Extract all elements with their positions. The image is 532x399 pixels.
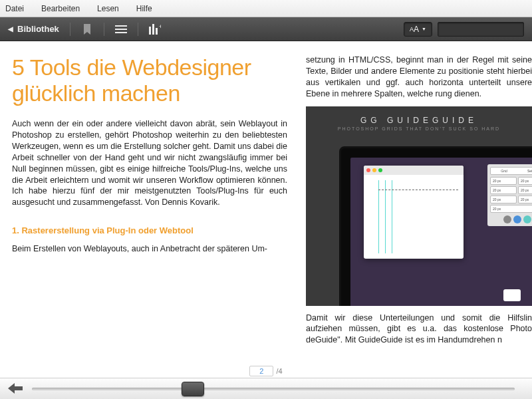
menu-help[interactable]: Hilfe — [136, 4, 152, 13]
panel-buttons — [490, 215, 532, 223]
speech-bubble-icon — [503, 289, 521, 301]
font-large-icon: A — [414, 25, 419, 34]
window-titlebar — [364, 166, 464, 175]
library-button[interactable]: ◀ Bibliothek — [8, 24, 59, 34]
search-input[interactable] — [438, 22, 524, 37]
columns-icon[interactable]: + — [149, 23, 161, 35]
brand-text: GG GUIDEGUIDE — [306, 116, 532, 125]
menu-file[interactable]: Datei — [5, 4, 24, 13]
guide-line — [378, 190, 458, 190]
min-dot-icon — [372, 168, 376, 172]
reader-content: 5 Tools die Webdesig­ner glücklich ma­ch… — [0, 41, 532, 364]
section-heading: 1. Rastererstellung via Plug-In oder Web… — [12, 225, 287, 235]
field: 20 px — [490, 196, 517, 203]
svg-rect-4 — [152, 24, 154, 35]
tab-sets: Sets — [517, 168, 532, 174]
field: 20 px — [490, 177, 517, 185]
monitor-frame: Grid Sets 20 px20 px 20 px20 px 20 px20 … — [339, 146, 532, 306]
guide-line — [378, 180, 379, 253]
reader-toolbar: ◀ Bibliothek + AA▼ — [0, 17, 532, 41]
current-page[interactable]: 2 — [249, 366, 273, 376]
svg-rect-3 — [149, 27, 151, 35]
bookmark-icon[interactable] — [81, 23, 93, 35]
embedded-screenshot: GG GUIDEGUIDE PHOTOSHOP GRIDS THAT DON'T… — [306, 106, 532, 306]
slider-track[interactable] — [32, 388, 515, 390]
total-pages: 4 — [279, 367, 283, 375]
library-label: Bibliothek — [17, 24, 59, 34]
document-window — [364, 166, 464, 259]
close-dot-icon — [366, 168, 370, 172]
field: 20 px — [490, 186, 517, 194]
article-title: 5 Tools die Webdesig­ner glücklich ma­ch… — [12, 55, 287, 106]
monitor-screen: Grid Sets 20 px20 px 20 px20 px 20 px20 … — [350, 158, 532, 306]
menu-edit[interactable]: Bearbeiten — [41, 4, 80, 13]
svg-rect-1 — [115, 29, 127, 30]
field: 20 px — [490, 205, 532, 213]
chevron-down-icon: ▼ — [422, 27, 426, 31]
article-paragraph: Damit wir diese Unterteilungen und somit… — [306, 313, 532, 346]
svg-text:+: + — [159, 24, 161, 30]
slider-thumb[interactable] — [182, 382, 204, 396]
column-right: setzung in HTML/CSS, beginnt man in der … — [306, 55, 532, 358]
guide-line — [392, 180, 392, 253]
article-paragraph: setzung in HTML/CSS, beginnt man in der … — [306, 55, 532, 100]
separator — [70, 23, 70, 36]
column-left: 5 Tools die Webdesig­ner glücklich ma­ch… — [12, 55, 287, 358]
guideguide-brand: GG GUIDEGUIDE PHOTOSHOP GRIDS THAT DON'T… — [306, 116, 532, 131]
svg-rect-2 — [115, 32, 127, 33]
field: 20 px — [518, 196, 532, 203]
brand-tagline: PHOTOSHOP GRIDS THAT DON'T SUCK SO HARD — [306, 126, 532, 131]
prev-page-button[interactable] — [8, 383, 23, 395]
separator — [104, 23, 104, 36]
svg-rect-0 — [115, 25, 127, 27]
field: 20 px — [518, 177, 532, 185]
page-indicator: 2 / 4 — [0, 364, 532, 378]
svg-rect-5 — [156, 28, 158, 35]
article-lead: Auch wenn der ein oder andere vielleicht… — [12, 118, 287, 208]
panel-tabs: Grid Sets — [490, 167, 532, 175]
menu-bar: Datei Bearbeiten Lesen Hilfe — [0, 0, 532, 17]
back-triangle-icon: ◀ — [8, 25, 13, 33]
field: 20 px — [518, 186, 532, 194]
font-size-button[interactable]: AA▼ — [404, 22, 432, 37]
separator — [138, 23, 138, 36]
guide-line — [385, 180, 386, 253]
article-paragraph: Beim Erstellen von Weblayouts, auch in A… — [12, 243, 287, 255]
toc-icon[interactable] — [115, 23, 127, 35]
navigation-slider — [0, 378, 532, 399]
menu-read[interactable]: Lesen — [97, 4, 119, 13]
max-dot-icon — [378, 168, 382, 172]
guideguide-panel: Grid Sets 20 px20 px 20 px20 px 20 px20 … — [487, 164, 532, 226]
tab-grid: Grid — [491, 168, 517, 174]
